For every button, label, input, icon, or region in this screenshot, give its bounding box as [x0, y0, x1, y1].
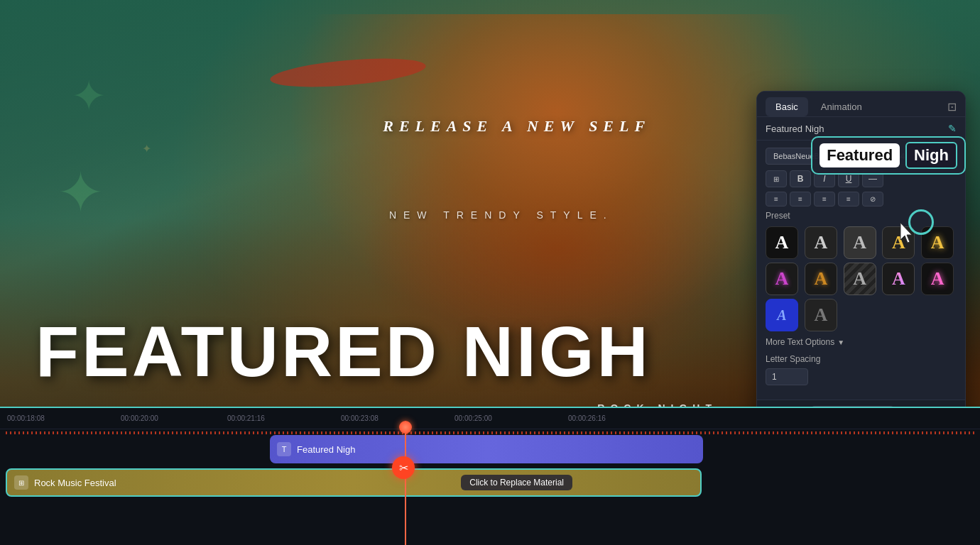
panel-body: BebasNeueB 64 ✏ ⊞ B I U — ≡ ≡ ≡ ≡ ⊘ [757, 141, 965, 400]
time-tick-4: 00:00:23:08 [341, 414, 379, 422]
track-featured-label: Featured Nigh [297, 444, 355, 455]
cut-icon[interactable]: ✂ [392, 456, 415, 479]
align-center-btn[interactable]: ≡ [790, 192, 811, 207]
preset-6[interactable]: A [766, 263, 798, 295]
more-options-label: More Text Options [766, 337, 834, 347]
preset-4[interactable]: A [882, 226, 915, 259]
letter-spacing-input[interactable] [766, 368, 808, 385]
preset-label: Preset [766, 211, 957, 221]
track-rock-label: Rock Music Festival [34, 478, 116, 488]
tab-basic[interactable]: Basic [766, 97, 808, 116]
preset-1[interactable]: A [766, 226, 798, 259]
preset-grid: A A A A A A A A A A A A [766, 226, 957, 331]
preset-12[interactable]: A [805, 299, 837, 331]
format-row-2: ≡ ≡ ≡ ≡ ⊘ [766, 192, 957, 207]
bold-btn[interactable]: B [790, 170, 811, 187]
video-text-featured: FEATURED NIGH [36, 311, 651, 392]
panel-header-title: Featured Nigh [766, 123, 824, 134]
save-icon[interactable]: ⊡ [947, 100, 957, 114]
timeline-inner: 00:00:18:08 00:00:20:00 00:00:21:16 00:0… [0, 408, 980, 545]
featured-nigh-bubble: Featured Nigh [811, 136, 966, 175]
tab-animation[interactable]: Animation [811, 97, 872, 116]
replace-material-button[interactable]: Click to Replace Material [461, 475, 572, 490]
time-tick-1: 00:00:18:08 [7, 414, 45, 422]
time-tick-2: 00:00:20:00 [121, 414, 158, 422]
more-options-arrow-icon: ▼ [837, 338, 844, 346]
featured-label: Featured [820, 143, 900, 167]
timeline-progress-line [405, 429, 406, 545]
track-area: T Featured Nigh ⊞ Rock Music Festival Cl… [0, 429, 980, 545]
edit-icon[interactable]: ✎ [948, 123, 957, 134]
time-tick-6: 00:00:26:16 [568, 414, 606, 422]
video-text-trendy: NEW TRENDY STYLE. [389, 209, 614, 221]
align-spread-btn[interactable]: ⊞ [766, 170, 787, 187]
preset-7[interactable]: A [805, 263, 837, 295]
preset-9[interactable]: A [882, 263, 915, 295]
preset-11[interactable]: A [766, 299, 798, 331]
time-tick-5: 00:00:25:00 [454, 414, 492, 422]
preset-8[interactable]: A [844, 263, 876, 295]
track-featured-icon: T [277, 442, 291, 456]
video-text-release: RELEASE A NEW SELF [383, 117, 650, 136]
tab-group: Basic Animation [766, 97, 872, 116]
align-justify-btn[interactable]: ≡ [838, 192, 859, 207]
preset-10[interactable]: A [921, 263, 954, 295]
time-ruler: 00:00:18:08 00:00:20:00 00:00:21:16 00:0… [0, 408, 980, 429]
preset-5[interactable]: A [921, 226, 954, 259]
nigh-label: Nigh [905, 142, 957, 169]
align-right-btn[interactable]: ≡ [814, 192, 835, 207]
more-text-options[interactable]: More Text Options ▼ [766, 337, 957, 347]
preset-3[interactable]: A [844, 226, 876, 259]
timeline: 00:00:18:08 00:00:20:00 00:00:21:16 00:0… [0, 407, 980, 545]
track-rock-icon: ⊞ [14, 475, 28, 490]
text-vertical-btn[interactable]: ⊘ [862, 192, 883, 207]
letter-spacing-label: Letter Spacing [766, 354, 957, 364]
time-tick-3: 00:00:21:16 [227, 414, 265, 422]
track-featured-nigh[interactable]: T Featured Nigh [270, 435, 703, 463]
panel-tabs: Basic Animation ⊡ [757, 92, 965, 117]
align-left-btn[interactable]: ≡ [766, 192, 787, 207]
preset-2[interactable]: A [805, 226, 837, 259]
timeline-progress-handle[interactable] [399, 421, 412, 434]
track-rock-festival[interactable]: ⊞ Rock Music Festival Click to Replace M… [6, 468, 702, 497]
